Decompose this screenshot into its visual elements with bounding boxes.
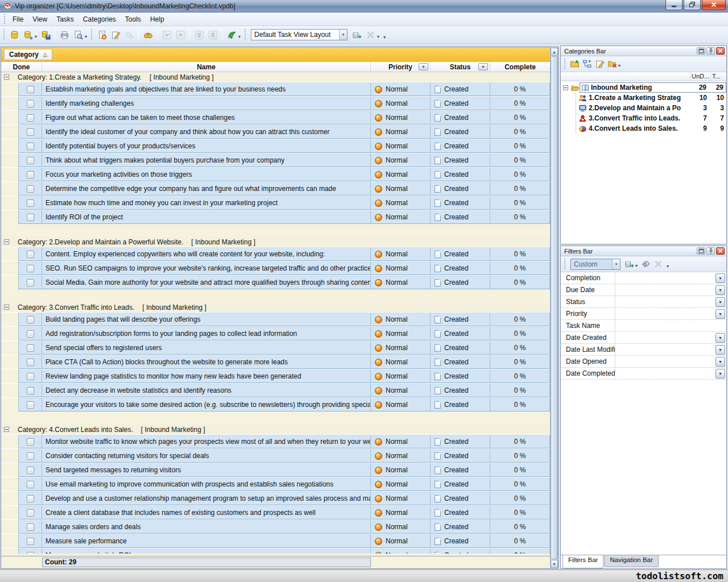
done-checkbox[interactable] (27, 128, 34, 136)
panel-close-button[interactable] (716, 247, 725, 255)
category-group-header[interactable]: Category: 3.Convert Traffic into Leads. … (1, 302, 558, 312)
filter-value-area[interactable] (615, 320, 715, 331)
filter-dropdown-button[interactable]: ▼ (715, 333, 725, 343)
print-preview-button[interactable] (71, 28, 85, 41)
category-group-header[interactable]: Category: 1.Create a Marketing Strategy.… (1, 72, 558, 82)
task-row[interactable]: Use email marketing to improve communica… (1, 477, 558, 491)
add-category-button[interactable] (568, 58, 581, 70)
done-checkbox[interactable] (27, 316, 34, 323)
collapse-tree-icon[interactable] (563, 85, 568, 90)
done-checkbox[interactable] (27, 199, 34, 207)
save-database-button[interactable] (39, 28, 52, 41)
filter-value-area[interactable] (615, 296, 715, 307)
collapse-group-icon[interactable] (4, 239, 9, 244)
done-checkbox[interactable] (27, 114, 34, 122)
tab-filters-bar[interactable]: Filters Bar (562, 555, 603, 568)
task-row[interactable]: Identify ROI of the project Normal Creat… (1, 210, 558, 224)
edit-task-button[interactable] (109, 28, 122, 41)
done-checkbox[interactable] (27, 279, 34, 286)
panel-close-button[interactable] (716, 47, 725, 55)
filter-dropdown-button[interactable]: ▼ (715, 345, 725, 355)
filter-value-area[interactable] (615, 332, 715, 343)
column-header-priority[interactable]: Priority ▼ (371, 62, 431, 72)
undone-column-header[interactable]: UnD... (690, 72, 710, 81)
scrollbar-thumb[interactable] (551, 56, 558, 559)
done-checkbox[interactable] (27, 401, 34, 409)
done-checkbox[interactable] (27, 344, 34, 352)
task-row[interactable]: Build landing pages that will describe y… (1, 312, 558, 326)
panel-pin-button[interactable] (706, 247, 715, 255)
done-checkbox[interactable] (27, 373, 34, 380)
done-checkbox[interactable] (27, 495, 34, 502)
close-button[interactable] (702, 0, 726, 10)
filter-preset-combo[interactable]: Custom▾ (570, 259, 621, 270)
filter-value-area[interactable] (615, 272, 715, 284)
category-group-header[interactable]: Category: 2.Develop and Maintain a Power… (1, 237, 558, 247)
category-tree-item[interactable]: 3.Convert Traffic into Leads. 7 7 (561, 113, 726, 123)
task-row[interactable]: Social Media. Gain more authority for yo… (1, 275, 558, 289)
clear-filter-button[interactable] (639, 258, 652, 271)
task-row[interactable]: Develop and use a customer relationship … (1, 491, 558, 505)
task-row[interactable]: Identify the ideal customer of your comp… (1, 124, 558, 139)
task-row[interactable]: SEO. Run SEO campaigns to improve your w… (1, 261, 558, 275)
task-row[interactable]: Add registration/subscription forms to y… (1, 326, 558, 340)
done-checkbox[interactable] (27, 251, 34, 258)
done-checkbox[interactable] (27, 143, 34, 150)
vertical-scrollbar[interactable]: ▲ ▼ (550, 47, 558, 568)
task-row[interactable]: Place CTA (Call to Action) blocks throug… (1, 355, 558, 369)
task-row[interactable]: Manage sales orders and deals Normal Cre… (1, 519, 558, 534)
category-tree-item[interactable]: 4.Convert Leads into Sales. 9 9 (561, 123, 726, 134)
task-row[interactable]: Think about what triggers makes potentia… (1, 153, 558, 167)
task-row[interactable]: Send targeted messages to returning visi… (1, 463, 558, 477)
toolbar-overflow-button[interactable]: ▾ (383, 30, 386, 40)
filter-dropdown-button[interactable]: ▼ (715, 297, 725, 307)
column-header-done[interactable]: Done (1, 62, 42, 72)
done-checkbox[interactable] (27, 157, 34, 164)
collapse-group-icon[interactable] (4, 305, 9, 310)
status-filter-button[interactable]: ▼ (478, 63, 488, 70)
task-row[interactable]: Consider contacting returning visitors f… (1, 448, 558, 463)
task-row[interactable]: Estimate how much time and money you can… (1, 196, 558, 210)
done-checkbox[interactable] (27, 538, 34, 545)
task-row[interactable]: Create a client database that includes n… (1, 505, 558, 519)
menu-tools[interactable]: Tools (121, 13, 146, 26)
group-by-category-chip[interactable]: Category △ (4, 49, 52, 60)
filter-dropdown-button[interactable]: ▼ (715, 369, 725, 379)
combo-dropdown-icon[interactable]: ▾ (612, 259, 620, 269)
menu-file[interactable]: File (8, 13, 28, 26)
task-row[interactable]: Content. Employ experienced copywriters … (1, 247, 558, 261)
task-row[interactable]: Monitor website traffic to know which pa… (1, 434, 558, 448)
done-checkbox[interactable] (27, 387, 34, 394)
scroll-down-icon[interactable]: ▼ (551, 560, 558, 568)
collapse-group-icon[interactable] (4, 427, 9, 432)
notification-button[interactable] (225, 28, 238, 41)
panel-restore-button[interactable] (697, 47, 705, 55)
task-row[interactable]: Focus your marketing activities on those… (1, 167, 558, 181)
task-row[interactable]: Determine the competitive edge your comp… (1, 181, 558, 196)
collapse-group-icon[interactable] (4, 74, 9, 80)
scroll-up-icon[interactable]: ▲ (551, 48, 558, 56)
dropdown-caret-icon[interactable]: ▾ (35, 34, 37, 39)
done-checkbox[interactable] (27, 452, 34, 460)
done-checkbox[interactable] (27, 481, 34, 488)
category-group-header[interactable]: Category: 4.Convert Leads into Sales. [ … (1, 425, 558, 434)
filter-dropdown-button[interactable]: ▼ (715, 285, 725, 295)
restore-button[interactable] (684, 0, 701, 10)
save-layout-button[interactable] (350, 28, 363, 41)
column-header-name[interactable]: Name (42, 62, 371, 72)
done-checkbox[interactable] (27, 523, 34, 531)
filter-value-area[interactable] (615, 356, 715, 367)
done-checkbox[interactable] (27, 265, 34, 272)
task-row[interactable]: Figure out what actions can be taken to … (1, 110, 558, 124)
delete-category-button[interactable] (606, 58, 618, 70)
menu-tasks[interactable]: Tasks (52, 13, 78, 26)
task-row[interactable]: Measure your website's ROI Normal Create… (1, 548, 558, 554)
dropdown-caret-icon[interactable]: ▾ (377, 34, 379, 39)
done-checkbox[interactable] (27, 552, 34, 554)
new-task-button[interactable] (95, 28, 109, 41)
edit-category-button[interactable] (593, 58, 606, 70)
panel-restore-button[interactable] (697, 247, 705, 255)
dropdown-caret-icon[interactable]: ▾ (238, 34, 241, 39)
done-checkbox[interactable] (27, 359, 34, 366)
layout-combo[interactable]: Default Task View Layout▾ (251, 29, 348, 40)
